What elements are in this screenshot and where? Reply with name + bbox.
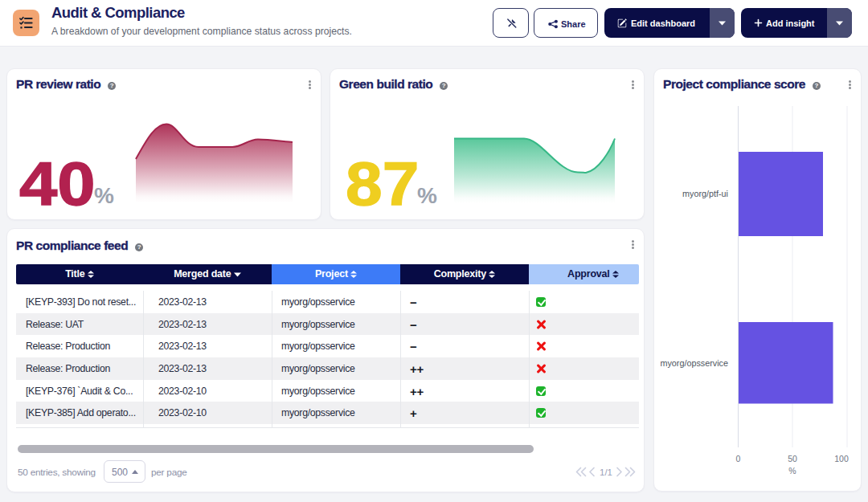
svg-text:0: 0 <box>736 454 741 463</box>
svg-text:50: 50 <box>788 454 797 463</box>
svg-text:myorg/ptf-ui: myorg/ptf-ui <box>682 189 728 198</box>
svg-text:100: 100 <box>834 454 849 463</box>
svg-text:1/1: 1/1 <box>600 467 612 477</box>
svg-text:myorg/opsservice: myorg/opsservice <box>660 358 728 368</box>
svg-text:%: % <box>788 466 796 475</box>
